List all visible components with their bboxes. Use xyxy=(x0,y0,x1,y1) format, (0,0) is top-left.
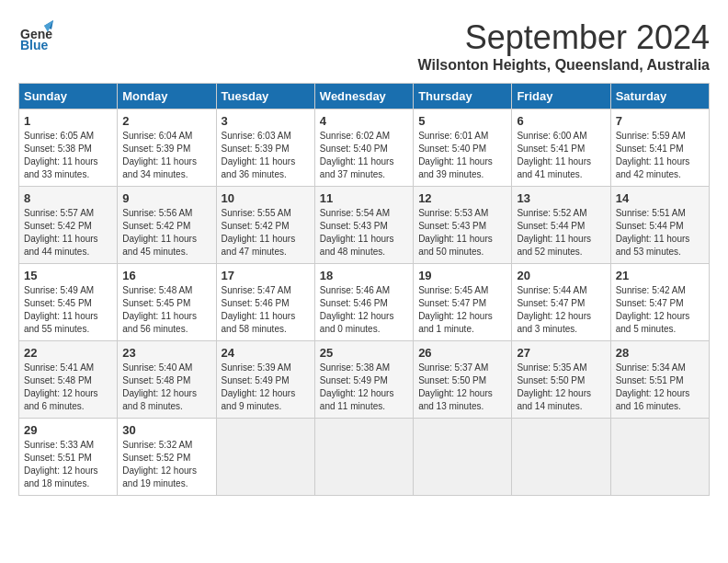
day-info: Sunrise: 5:40 AM Sunset: 5:48 PM Dayligh… xyxy=(122,362,210,413)
day-number: 12 xyxy=(418,191,506,205)
weekday-header-sunday: Sunday xyxy=(19,84,118,109)
day-number: 21 xyxy=(616,269,704,282)
day-info: Sunrise: 5:33 AM Sunset: 5:51 PM Dayligh… xyxy=(24,439,112,490)
day-info: Sunrise: 5:45 AM Sunset: 5:47 PM Dayligh… xyxy=(418,284,506,336)
weekday-header-saturday: Saturday xyxy=(610,84,709,109)
day-number: 18 xyxy=(320,269,408,282)
day-number: 6 xyxy=(517,114,605,128)
day-info: Sunrise: 6:01 AM Sunset: 5:40 PM Dayligh… xyxy=(418,130,506,181)
calendar-cell: 26Sunrise: 5:37 AM Sunset: 5:50 PM Dayli… xyxy=(414,341,512,419)
day-info: Sunrise: 5:48 AM Sunset: 5:45 PM Dayligh… xyxy=(122,284,210,336)
calendar-week-5: 29Sunrise: 5:33 AM Sunset: 5:51 PM Dayli… xyxy=(19,419,710,496)
day-info: Sunrise: 5:32 AM Sunset: 5:52 PM Dayligh… xyxy=(122,439,210,490)
day-number: 25 xyxy=(320,346,408,360)
weekday-header-row: SundayMondayTuesdayWednesdayThursdayFrid… xyxy=(19,84,710,109)
calendar-cell: 23Sunrise: 5:40 AM Sunset: 5:48 PM Dayli… xyxy=(118,341,216,419)
calendar-cell xyxy=(414,419,512,496)
calendar-cell: 30Sunrise: 5:32 AM Sunset: 5:52 PM Dayli… xyxy=(118,419,216,496)
day-number: 14 xyxy=(616,191,704,205)
day-number: 17 xyxy=(222,269,310,282)
calendar-week-4: 22Sunrise: 5:41 AM Sunset: 5:48 PM Dayli… xyxy=(19,341,710,419)
weekday-header-thursday: Thursday xyxy=(414,84,512,109)
calendar-cell: 9Sunrise: 5:56 AM Sunset: 5:42 PM Daylig… xyxy=(118,187,216,264)
day-info: Sunrise: 5:55 AM Sunset: 5:42 PM Dayligh… xyxy=(222,207,310,259)
calendar-week-3: 15Sunrise: 5:49 AM Sunset: 5:45 PM Dayli… xyxy=(19,264,710,341)
day-info: Sunrise: 6:00 AM Sunset: 5:41 PM Dayligh… xyxy=(517,130,605,181)
calendar-cell: 8Sunrise: 5:57 AM Sunset: 5:42 PM Daylig… xyxy=(19,187,118,264)
day-number: 22 xyxy=(24,346,112,360)
day-info: Sunrise: 5:42 AM Sunset: 5:47 PM Dayligh… xyxy=(616,284,704,336)
day-info: Sunrise: 5:49 AM Sunset: 5:45 PM Dayligh… xyxy=(24,284,112,336)
day-info: Sunrise: 5:38 AM Sunset: 5:49 PM Dayligh… xyxy=(320,362,408,413)
day-info: Sunrise: 5:39 AM Sunset: 5:49 PM Dayligh… xyxy=(222,362,310,413)
calendar-cell: 7Sunrise: 5:59 AM Sunset: 5:41 PM Daylig… xyxy=(610,109,709,187)
day-number: 23 xyxy=(122,346,210,360)
day-number: 4 xyxy=(320,114,408,128)
calendar-cell: 20Sunrise: 5:44 AM Sunset: 5:47 PM Dayli… xyxy=(512,264,610,341)
day-number: 11 xyxy=(320,191,408,205)
calendar-week-2: 8Sunrise: 5:57 AM Sunset: 5:42 PM Daylig… xyxy=(19,187,710,264)
day-number: 28 xyxy=(616,346,704,360)
day-info: Sunrise: 5:54 AM Sunset: 5:43 PM Dayligh… xyxy=(320,207,408,259)
calendar-cell: 14Sunrise: 5:51 AM Sunset: 5:44 PM Dayli… xyxy=(610,187,709,264)
day-number: 20 xyxy=(517,269,605,282)
weekday-header-wednesday: Wednesday xyxy=(314,84,413,109)
day-info: Sunrise: 5:51 AM Sunset: 5:44 PM Dayligh… xyxy=(616,207,704,259)
day-number: 5 xyxy=(418,114,506,128)
day-number: 24 xyxy=(222,346,310,360)
day-number: 29 xyxy=(24,423,112,437)
day-info: Sunrise: 5:41 AM Sunset: 5:48 PM Dayligh… xyxy=(24,362,112,413)
calendar-cell: 27Sunrise: 5:35 AM Sunset: 5:50 PM Dayli… xyxy=(512,341,610,419)
svg-text:Blue: Blue xyxy=(20,38,49,52)
calendar-cell: 22Sunrise: 5:41 AM Sunset: 5:48 PM Dayli… xyxy=(19,341,118,419)
day-info: Sunrise: 6:05 AM Sunset: 5:38 PM Dayligh… xyxy=(24,130,112,181)
day-number: 10 xyxy=(222,191,310,205)
day-number: 7 xyxy=(616,114,704,128)
weekday-header-tuesday: Tuesday xyxy=(216,84,314,109)
day-info: Sunrise: 5:52 AM Sunset: 5:44 PM Dayligh… xyxy=(517,207,605,259)
day-number: 3 xyxy=(222,114,310,128)
day-info: Sunrise: 5:46 AM Sunset: 5:46 PM Dayligh… xyxy=(320,284,408,336)
calendar-cell: 10Sunrise: 5:55 AM Sunset: 5:42 PM Dayli… xyxy=(216,187,314,264)
day-number: 16 xyxy=(122,269,210,282)
weekday-header-monday: Monday xyxy=(118,84,216,109)
calendar-week-1: 1Sunrise: 6:05 AM Sunset: 5:38 PM Daylig… xyxy=(19,109,710,187)
day-number: 19 xyxy=(418,269,506,282)
calendar-cell: 21Sunrise: 5:42 AM Sunset: 5:47 PM Dayli… xyxy=(610,264,709,341)
logo: General Blue xyxy=(18,18,53,57)
day-number: 30 xyxy=(122,423,210,437)
calendar-cell xyxy=(216,419,314,496)
calendar-cell: 6Sunrise: 6:00 AM Sunset: 5:41 PM Daylig… xyxy=(512,109,610,187)
calendar-cell: 12Sunrise: 5:53 AM Sunset: 5:43 PM Dayli… xyxy=(414,187,512,264)
calendar-table: SundayMondayTuesdayWednesdayThursdayFrid… xyxy=(18,83,710,496)
day-number: 1 xyxy=(24,114,112,128)
day-info: Sunrise: 5:44 AM Sunset: 5:47 PM Dayligh… xyxy=(517,284,605,336)
calendar-cell: 2Sunrise: 6:04 AM Sunset: 5:39 PM Daylig… xyxy=(118,109,216,187)
day-info: Sunrise: 5:34 AM Sunset: 5:51 PM Dayligh… xyxy=(616,362,704,413)
location-subtitle: Wilsonton Heights, Queensland, Australia xyxy=(417,57,710,74)
day-info: Sunrise: 5:59 AM Sunset: 5:41 PM Dayligh… xyxy=(616,130,704,181)
calendar-body: 1Sunrise: 6:05 AM Sunset: 5:38 PM Daylig… xyxy=(19,109,710,496)
day-number: 26 xyxy=(418,346,506,360)
day-info: Sunrise: 6:02 AM Sunset: 5:40 PM Dayligh… xyxy=(320,130,408,181)
calendar-cell: 24Sunrise: 5:39 AM Sunset: 5:49 PM Dayli… xyxy=(216,341,314,419)
day-number: 13 xyxy=(517,191,605,205)
day-info: Sunrise: 6:03 AM Sunset: 5:39 PM Dayligh… xyxy=(222,130,310,181)
calendar-cell: 25Sunrise: 5:38 AM Sunset: 5:49 PM Dayli… xyxy=(314,341,413,419)
title-block: September 2024 Wilsonton Heights, Queens… xyxy=(417,18,710,74)
calendar-cell: 29Sunrise: 5:33 AM Sunset: 5:51 PM Dayli… xyxy=(19,419,118,496)
calendar-cell: 13Sunrise: 5:52 AM Sunset: 5:44 PM Dayli… xyxy=(512,187,610,264)
day-info: Sunrise: 6:04 AM Sunset: 5:39 PM Dayligh… xyxy=(122,130,210,181)
calendar-cell: 5Sunrise: 6:01 AM Sunset: 5:40 PM Daylig… xyxy=(414,109,512,187)
day-number: 8 xyxy=(24,191,112,205)
page-header: General Blue September 2024 Wilsonton He… xyxy=(18,18,710,74)
calendar-cell: 15Sunrise: 5:49 AM Sunset: 5:45 PM Dayli… xyxy=(19,264,118,341)
day-info: Sunrise: 5:47 AM Sunset: 5:46 PM Dayligh… xyxy=(222,284,310,336)
day-info: Sunrise: 5:53 AM Sunset: 5:43 PM Dayligh… xyxy=(418,207,506,259)
day-info: Sunrise: 5:35 AM Sunset: 5:50 PM Dayligh… xyxy=(517,362,605,413)
day-info: Sunrise: 5:37 AM Sunset: 5:50 PM Dayligh… xyxy=(418,362,506,413)
calendar-cell: 19Sunrise: 5:45 AM Sunset: 5:47 PM Dayli… xyxy=(414,264,512,341)
calendar-cell xyxy=(314,419,413,496)
day-info: Sunrise: 5:57 AM Sunset: 5:42 PM Dayligh… xyxy=(24,207,112,259)
calendar-cell: 3Sunrise: 6:03 AM Sunset: 5:39 PM Daylig… xyxy=(216,109,314,187)
